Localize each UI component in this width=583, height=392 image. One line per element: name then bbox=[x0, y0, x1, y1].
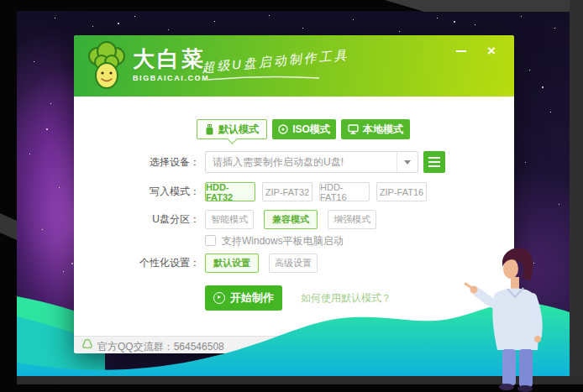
device-menu-button[interactable] bbox=[423, 151, 445, 173]
bezel-edge bbox=[17, 376, 583, 384]
partition-option-enhanced[interactable]: 增强模式 bbox=[328, 210, 376, 229]
tab-label: 默认模式 bbox=[218, 123, 259, 137]
personalization-option-advanced[interactable]: 高级设置 bbox=[269, 253, 318, 273]
tab-iso-mode[interactable]: ISO模式 bbox=[272, 119, 336, 139]
partition-option-smart[interactable]: 智能模式 bbox=[205, 210, 254, 229]
device-label: 选择设备： bbox=[74, 155, 200, 170]
disc-icon bbox=[278, 124, 288, 134]
write-mode-label: 写入模式： bbox=[74, 185, 200, 199]
minimize-button[interactable] bbox=[452, 44, 470, 59]
start-button[interactable]: 开始制作 bbox=[205, 285, 282, 311]
partition-option-compatible[interactable]: 兼容模式 bbox=[264, 210, 318, 229]
chevron-down-icon bbox=[404, 160, 411, 165]
qq-group-text: 官方QQ交流群：564546508 bbox=[97, 340, 224, 354]
close-button[interactable]: × bbox=[482, 44, 501, 59]
play-icon bbox=[213, 292, 225, 304]
window-header: 大白菜 BIGBAICAI.COM 超级U盘启动制作工具 × bbox=[74, 35, 514, 97]
write-mode-option-zip-fat16[interactable]: ZIP-FAT16 bbox=[376, 182, 427, 201]
bezel-corner bbox=[385, 0, 583, 12]
qq-icon bbox=[81, 338, 94, 352]
device-select-caret[interactable] bbox=[397, 152, 418, 172]
bezel-edge bbox=[570, 0, 583, 384]
tab-label: 本地模式 bbox=[363, 123, 403, 137]
bezel-corner bbox=[0, 212, 17, 240]
brand-tagline: 超级U盘启动制作工具 bbox=[202, 47, 350, 76]
brand-block: 大白菜 BIGBAICAI.COM bbox=[133, 46, 209, 82]
usb-icon bbox=[205, 124, 214, 135]
brand-domain: BIGBAICAI.COM bbox=[133, 74, 209, 82]
app-window: 大白菜 BIGBAICAI.COM 超级U盘启动制作工具 × 默认模式 bbox=[74, 35, 514, 353]
tab-default-mode[interactable]: 默认模式 bbox=[197, 119, 267, 139]
monitor-icon bbox=[348, 124, 359, 134]
window-footer: 官方QQ交流群：564546508 bbox=[74, 336, 514, 353]
start-button-label: 开始制作 bbox=[230, 290, 274, 306]
tab-local-mode[interactable]: 本地模式 bbox=[341, 119, 410, 139]
brand-title: 大白菜 bbox=[133, 46, 209, 71]
screen: 大白菜 BIGBAICAI.COM 超级U盘启动制作工具 × 默认模式 bbox=[0, 0, 583, 392]
bigbaicai-logo-icon bbox=[86, 41, 128, 91]
partition-label: U盘分区： bbox=[74, 212, 200, 227]
tagline-underline-decoration bbox=[208, 75, 319, 81]
write-mode-option-hdd-fat16[interactable]: HDD-FAT16 bbox=[319, 182, 370, 201]
write-mode-option-zip-fat32[interactable]: ZIP-FAT32 bbox=[262, 182, 313, 201]
tablet-support-checkbox[interactable] bbox=[205, 235, 216, 246]
tablet-support-label: 支持Windows平板电脑启动 bbox=[222, 234, 344, 248]
device-select[interactable]: 请插入需要制作启动盘的U盘! bbox=[205, 151, 418, 173]
personalization-label: 个性化设置： bbox=[74, 256, 200, 270]
window-controls: × bbox=[452, 44, 501, 59]
write-mode-option-hdd-fat32[interactable]: HDD-FAT32 bbox=[205, 182, 255, 201]
tab-label: ISO模式 bbox=[292, 123, 330, 137]
personalization-option-default[interactable]: 默认设置 bbox=[205, 253, 259, 273]
help-link[interactable]: 如何使用默认模式？ bbox=[301, 291, 391, 306]
device-placeholder: 请插入需要制作启动盘的U盘! bbox=[206, 155, 397, 170]
